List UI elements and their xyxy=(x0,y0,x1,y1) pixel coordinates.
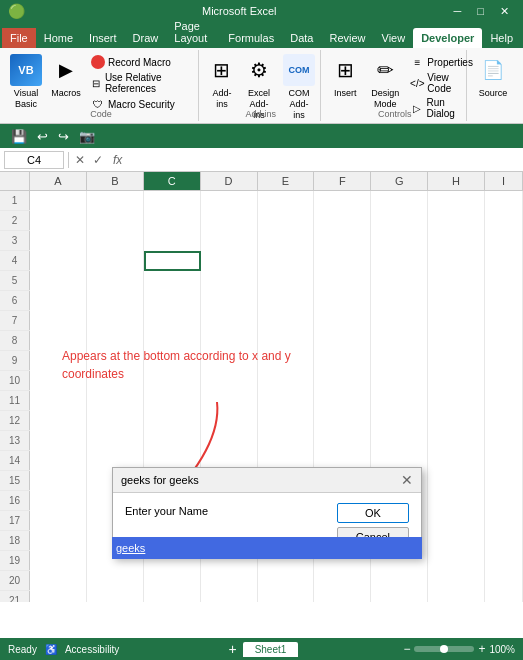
cell[interactable] xyxy=(314,351,371,371)
cell[interactable] xyxy=(485,451,523,471)
cell[interactable] xyxy=(144,211,201,231)
cell[interactable] xyxy=(144,411,201,431)
cell[interactable] xyxy=(371,571,428,591)
cell[interactable] xyxy=(428,191,485,211)
cell[interactable] xyxy=(371,231,428,251)
cell[interactable] xyxy=(314,251,371,271)
cell[interactable] xyxy=(30,271,87,291)
cell[interactable] xyxy=(201,291,258,311)
cell[interactable] xyxy=(258,391,315,411)
macros-btn[interactable]: ▶ Macros xyxy=(48,52,84,100)
cell[interactable] xyxy=(428,591,485,602)
cell[interactable] xyxy=(371,211,428,231)
cell[interactable] xyxy=(371,431,428,451)
visual-basic-btn[interactable]: VB VisualBasic xyxy=(8,52,44,112)
cell[interactable] xyxy=(428,511,485,531)
cell[interactable] xyxy=(87,391,144,411)
cell[interactable] xyxy=(428,491,485,511)
cell[interactable] xyxy=(485,511,523,531)
view-code-btn[interactable]: </> View Code xyxy=(407,71,476,95)
cell[interactable] xyxy=(30,391,87,411)
cell[interactable] xyxy=(485,571,523,591)
cell[interactable] xyxy=(314,391,371,411)
input-value[interactable]: geeks xyxy=(116,542,145,554)
cell[interactable] xyxy=(30,251,87,271)
cell[interactable] xyxy=(314,271,371,291)
cell[interactable] xyxy=(87,591,144,602)
cell[interactable] xyxy=(144,391,201,411)
cell[interactable] xyxy=(258,271,315,291)
cell[interactable] xyxy=(87,231,144,251)
cell[interactable] xyxy=(201,391,258,411)
cell[interactable] xyxy=(485,471,523,491)
cell[interactable] xyxy=(314,231,371,251)
cell[interactable] xyxy=(428,311,485,331)
properties-btn[interactable]: ≡ Properties xyxy=(407,54,476,70)
cell[interactable] xyxy=(428,331,485,351)
cell[interactable] xyxy=(314,211,371,231)
cell[interactable] xyxy=(371,291,428,311)
qat-undo-btn[interactable]: ↩ xyxy=(34,129,51,144)
cell[interactable] xyxy=(428,531,485,551)
zoom-out-icon[interactable]: − xyxy=(403,642,410,656)
cell[interactable] xyxy=(485,411,523,431)
cell[interactable] xyxy=(144,191,201,211)
cell[interactable] xyxy=(258,411,315,431)
cell[interactable] xyxy=(30,551,87,571)
sheet-tab-1[interactable]: Sheet1 xyxy=(243,642,299,657)
cell[interactable] xyxy=(371,191,428,211)
cell[interactable] xyxy=(87,431,144,451)
cell[interactable] xyxy=(485,311,523,331)
dialog-close-btn[interactable]: ✕ xyxy=(401,472,413,488)
cell[interactable] xyxy=(30,231,87,251)
cell[interactable] xyxy=(428,351,485,371)
cell[interactable] xyxy=(201,431,258,451)
cell[interactable] xyxy=(485,331,523,351)
check-icon[interactable]: ✓ xyxy=(91,153,105,167)
cell[interactable] xyxy=(485,231,523,251)
tab-insert[interactable]: Insert xyxy=(81,28,125,48)
tab-review[interactable]: Review xyxy=(321,28,373,48)
dialog-ok-btn[interactable]: OK xyxy=(337,503,409,523)
cell[interactable] xyxy=(258,591,315,602)
cell[interactable] xyxy=(485,391,523,411)
cell[interactable] xyxy=(30,471,87,491)
cell[interactable] xyxy=(30,311,87,331)
cell[interactable] xyxy=(314,571,371,591)
cell[interactable] xyxy=(428,411,485,431)
cell[interactable] xyxy=(314,311,371,331)
tab-help[interactable]: Help xyxy=(482,28,521,48)
cell[interactable] xyxy=(428,211,485,231)
col-header-g[interactable]: G xyxy=(371,172,428,190)
cell[interactable] xyxy=(485,351,523,371)
cell[interactable] xyxy=(371,371,428,391)
cell[interactable] xyxy=(428,571,485,591)
source-btn[interactable]: 📄 Source xyxy=(473,52,513,100)
cell[interactable] xyxy=(30,211,87,231)
cell[interactable] xyxy=(258,231,315,251)
relative-refs-btn[interactable]: ⊟ Use Relative References xyxy=(88,71,194,95)
cell[interactable] xyxy=(485,291,523,311)
cell[interactable] xyxy=(30,571,87,591)
cell[interactable] xyxy=(30,591,87,602)
cell[interactable] xyxy=(201,591,258,602)
cell[interactable] xyxy=(314,371,371,391)
cell[interactable] xyxy=(485,591,523,602)
col-header-e[interactable]: E xyxy=(258,172,315,190)
cell[interactable] xyxy=(485,531,523,551)
cell[interactable] xyxy=(144,291,201,311)
cell[interactable] xyxy=(428,551,485,571)
tab-view[interactable]: View xyxy=(374,28,414,48)
cell[interactable] xyxy=(485,271,523,291)
cell[interactable] xyxy=(87,211,144,231)
cross-icon[interactable]: ✕ xyxy=(73,153,87,167)
cell[interactable] xyxy=(144,251,201,271)
col-header-h[interactable]: H xyxy=(428,172,485,190)
cell[interactable] xyxy=(428,371,485,391)
cell[interactable] xyxy=(258,571,315,591)
zoom-in-icon[interactable]: + xyxy=(478,642,485,656)
cell[interactable] xyxy=(30,431,87,451)
cell[interactable] xyxy=(485,431,523,451)
cell[interactable] xyxy=(428,471,485,491)
add-sheet-btn[interactable]: + xyxy=(224,641,240,657)
